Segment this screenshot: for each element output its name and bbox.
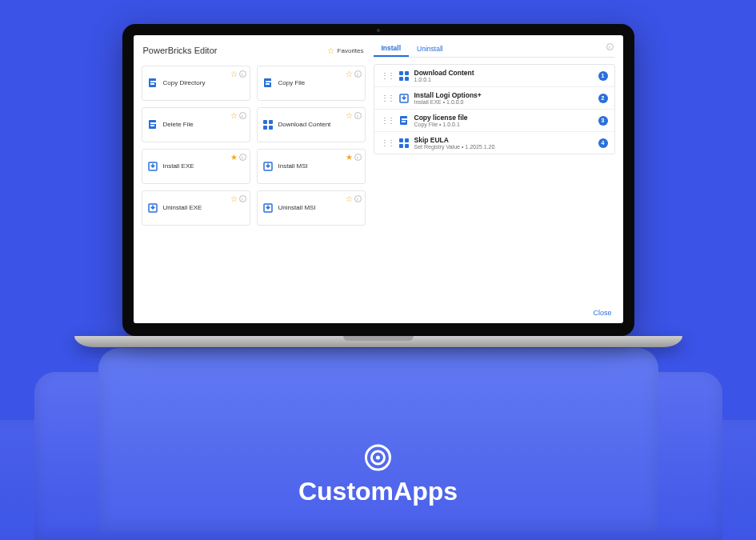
brick-card-label: Uninstall EXE [163, 204, 202, 212]
favorites-toggle[interactable]: ☆ Favorites [327, 46, 364, 55]
sequence-item-text: Copy license fileCopy File • 1.0.0.1 [414, 114, 594, 127]
grid-icon [262, 119, 274, 130]
drag-handle-icon[interactable]: ⋮⋮ [381, 71, 394, 80]
sequence-item-title: Copy license file [414, 114, 594, 122]
sequence-item[interactable]: ⋮⋮Copy license fileCopy File • 1.0.0.13 [374, 110, 614, 132]
laptop-screen-frame: PowerBricks Editor ☆ Favorites Copy Dire… [122, 24, 634, 336]
brand-logo-icon [362, 442, 394, 474]
brick-card-label: Install MSI [278, 162, 308, 170]
drag-handle-icon[interactable]: ⋮⋮ [381, 94, 394, 102]
info-icon[interactable]: i [239, 112, 246, 119]
brick-card[interactable]: Uninstall EXE☆i [142, 190, 250, 226]
sequence-item-subtitle: Install EXE • 1.0.0.0 [414, 99, 594, 105]
laptop-hinge [74, 336, 682, 347]
close-button[interactable]: Close [593, 309, 611, 317]
sequence-item-text: Install Logi Options+Install EXE • 1.0.0… [414, 91, 594, 105]
brick-card[interactable]: Install MSI★i [257, 149, 366, 184]
app-window: PowerBricks Editor ☆ Favorites Copy Dire… [134, 35, 623, 323]
step-number-badge: 3 [598, 116, 608, 126]
sequence-item[interactable]: ⋮⋮Install Logi Options+Install EXE • 1.0… [374, 87, 614, 110]
drag-handle-icon[interactable]: ⋮⋮ [381, 138, 394, 147]
install-icon [398, 93, 410, 104]
sequence-item-title: Download Content [414, 69, 594, 77]
star-icon[interactable]: ☆ [346, 70, 353, 78]
brick-card[interactable]: Uninstall MSI☆i [257, 190, 366, 226]
install-icon [147, 161, 158, 172]
install-icon [262, 161, 274, 172]
svg-point-2 [376, 456, 380, 460]
brick-card-label: Download Content [278, 121, 331, 129]
info-icon[interactable]: i [354, 195, 362, 202]
step-number-badge: 4 [598, 138, 608, 148]
star-icon[interactable]: ☆ [230, 111, 238, 120]
info-icon[interactable]: i [354, 154, 362, 161]
info-icon[interactable]: i [239, 70, 246, 78]
info-icon[interactable]: i [354, 112, 362, 119]
file-copy-icon [262, 78, 274, 89]
sequence-item[interactable]: ⋮⋮Skip EULASet Registry Value • 1.2025.1… [374, 132, 614, 154]
brick-card-label: Copy File [278, 79, 306, 87]
drag-handle-icon[interactable]: ⋮⋮ [381, 116, 394, 125]
star-icon[interactable]: ★ [346, 153, 353, 162]
sequence-item-subtitle: Copy File • 1.0.0.1 [414, 122, 594, 127]
file-copy-icon [147, 78, 158, 89]
step-number-badge: 1 [598, 71, 608, 81]
sequence-item-subtitle: Set Registry Value • 1.2025.1.20 [414, 144, 594, 150]
sequence-item-title: Install Logi Options+ [414, 91, 594, 99]
brick-card[interactable]: Delete File☆i [142, 107, 250, 142]
file-copy-icon [147, 119, 158, 130]
sequence-item-text: Skip EULASet Registry Value • 1.2025.1.2… [414, 136, 594, 150]
brand: CustomApps [298, 442, 458, 506]
brick-card[interactable]: Download Content☆i [257, 107, 366, 142]
install-icon [262, 202, 274, 214]
brand-name: CustomApps [298, 477, 458, 506]
grid-icon [398, 138, 410, 149]
tab-uninstall[interactable]: Uninstall [409, 40, 451, 57]
camera-dot [377, 29, 380, 32]
info-icon[interactable]: i [354, 70, 362, 78]
brick-card[interactable]: Copy Directory☆i [142, 66, 250, 101]
sequence-item-text: Download Content1.0.0.1 [414, 69, 594, 82]
star-icon[interactable]: ☆ [230, 70, 238, 78]
favorites-label: Favorites [338, 47, 364, 54]
brick-card-label: Copy Directory [163, 79, 206, 87]
sequence-item[interactable]: ⋮⋮Download Content1.0.0.11 [374, 65, 614, 87]
laptop: PowerBricks Editor ☆ Favorites Copy Dire… [122, 24, 634, 347]
tabs-row: Install Uninstall i [374, 40, 615, 58]
info-icon[interactable]: i [239, 195, 246, 202]
pedestal [0, 332, 756, 540]
left-pane: PowerBricks Editor ☆ Favorites Copy Dire… [142, 40, 366, 302]
brick-card-label: Install EXE [163, 162, 194, 170]
brick-card[interactable]: Install EXE★i [142, 149, 250, 184]
laptop-notch [343, 336, 414, 341]
sequence-item-title: Skip EULA [414, 136, 594, 144]
step-number-badge: 2 [598, 94, 608, 103]
star-icon[interactable]: ★ [230, 153, 238, 162]
brick-card-label: Delete File [163, 121, 194, 129]
info-icon[interactable]: i [239, 154, 246, 161]
sequence-list: ⋮⋮Download Content1.0.0.11⋮⋮Install Logi… [374, 64, 615, 154]
page-title: PowerBricks Editor [143, 46, 218, 55]
star-icon: ☆ [327, 46, 334, 55]
right-pane: Install Uninstall i ⋮⋮Download Content1.… [374, 40, 615, 302]
tab-install[interactable]: Install [374, 40, 410, 57]
star-icon[interactable]: ☆ [346, 111, 353, 120]
star-icon[interactable]: ☆ [346, 194, 353, 203]
install-icon [147, 202, 158, 214]
sequence-item-subtitle: 1.0.0.1 [414, 77, 594, 82]
brick-card-label: Uninstall MSI [278, 204, 316, 212]
file-copy-icon [398, 115, 410, 126]
star-icon[interactable]: ☆ [230, 194, 238, 203]
brick-card[interactable]: Copy File☆i [257, 66, 366, 101]
grid-icon [398, 70, 410, 82]
info-icon[interactable]: i [606, 43, 614, 50]
